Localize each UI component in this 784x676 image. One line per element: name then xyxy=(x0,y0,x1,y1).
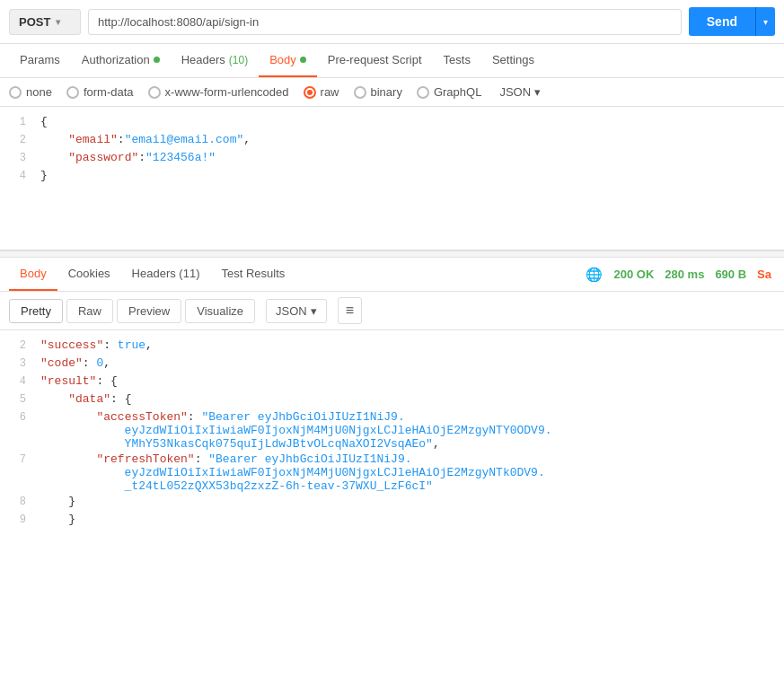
radio-none[interactable]: none xyxy=(9,85,52,99)
tab-authorization[interactable]: Authorization xyxy=(71,44,171,77)
res-line-7: 7 "refreshToken": "Bearer eyJhbGciOiJIUz… xyxy=(0,452,784,494)
response-body: 2 "success": true, 3 "code": 0, 4 "resul… xyxy=(0,330,784,537)
method-dropdown[interactable]: POST ▾ xyxy=(9,9,81,35)
res-tab-test-results[interactable]: Test Results xyxy=(210,258,295,291)
json-format-dropdown[interactable]: JSON ▾ xyxy=(499,85,541,99)
radio-binary[interactable]: binary xyxy=(354,85,402,99)
method-chevron-icon: ▾ xyxy=(56,17,60,27)
body-dot xyxy=(300,57,306,63)
res-line-9: 9 } xyxy=(0,512,784,530)
headers-badge: (10) xyxy=(229,54,248,66)
res-line-6: 6 "accessToken": "Bearer eyJhbGciOiJIUzI… xyxy=(0,409,784,452)
wrap-icon: ≡ xyxy=(346,303,354,318)
view-raw-button[interactable]: Raw xyxy=(66,299,113,323)
response-tabs: Body Cookies Headers (11) Test Results 🌐… xyxy=(0,258,784,292)
url-bar: POST ▾ Send ▾ xyxy=(0,0,784,44)
view-preview-button[interactable]: Preview xyxy=(117,299,181,323)
radio-x-www[interactable]: x-www-form-urlencoded xyxy=(148,85,289,99)
request-body-editor[interactable]: 1 { 2 "email":"email@email.com", 3 "pass… xyxy=(0,107,784,250)
url-input[interactable] xyxy=(88,9,682,35)
send-button[interactable]: Send xyxy=(689,7,755,36)
res-tab-cookies[interactable]: Cookies xyxy=(57,258,121,291)
res-line-3: 3 "code": 0, xyxy=(0,356,784,373)
tab-headers[interactable]: Headers (10) xyxy=(171,44,259,77)
response-format-dropdown[interactable]: JSON ▾ xyxy=(266,299,327,323)
wrap-button[interactable]: ≡ xyxy=(338,297,362,324)
radio-graphql[interactable]: GraphQL xyxy=(417,85,481,99)
tab-body[interactable]: Body xyxy=(259,44,317,77)
res-line-8: 8 } xyxy=(0,494,784,512)
response-toolbar: Pretty Raw Preview Visualize JSON ▾ ≡ xyxy=(0,292,784,330)
view-visualize-button[interactable]: Visualize xyxy=(185,299,255,323)
tab-settings[interactable]: Settings xyxy=(481,44,545,77)
res-line-2: 2 "success": true, xyxy=(0,338,784,356)
view-pretty-button[interactable]: Pretty xyxy=(9,299,63,323)
response-size: 690 B xyxy=(715,268,746,281)
radio-binary-circle xyxy=(354,86,366,99)
status-code: 200 OK xyxy=(613,268,654,281)
response-time: 280 ms xyxy=(665,268,704,281)
radio-x-www-circle xyxy=(148,86,161,99)
body-type-bar: none form-data x-www-form-urlencoded raw… xyxy=(0,78,784,107)
tab-tests[interactable]: Tests xyxy=(433,44,481,77)
radio-raw-circle xyxy=(304,86,316,99)
response-status-info: 🌐 200 OK 280 ms 690 B Sa xyxy=(586,267,775,283)
globe-icon: 🌐 xyxy=(586,267,603,283)
send-dropdown-button[interactable]: ▾ xyxy=(755,7,775,36)
code-line-3: 3 "password":"123456a!" xyxy=(0,150,784,168)
radio-none-circle xyxy=(9,86,22,99)
radio-form-data-circle xyxy=(66,86,79,99)
res-line-4: 4 "result": { xyxy=(0,373,784,391)
request-tabs: Params Authorization Headers (10) Body P… xyxy=(0,44,784,78)
section-divider xyxy=(0,250,784,258)
tab-pre-request[interactable]: Pre-request Script xyxy=(317,44,433,77)
radio-graphql-circle xyxy=(417,86,429,99)
tab-params[interactable]: Params xyxy=(9,44,71,77)
res-tab-headers[interactable]: Headers (11) xyxy=(121,258,211,291)
send-btn-group: Send ▾ xyxy=(689,7,775,36)
res-tab-body[interactable]: Body xyxy=(9,258,57,291)
authorization-dot xyxy=(154,57,160,63)
method-label: POST xyxy=(19,15,50,29)
code-line-1: 1 { xyxy=(0,114,784,132)
code-line-4: 4 } xyxy=(0,168,784,186)
radio-form-data[interactable]: form-data xyxy=(66,85,134,99)
save-response-label[interactable]: Sa xyxy=(757,268,771,281)
radio-raw[interactable]: raw xyxy=(304,85,339,99)
res-line-5: 5 "data": { xyxy=(0,391,784,409)
code-line-2: 2 "email":"email@email.com", xyxy=(0,132,784,150)
